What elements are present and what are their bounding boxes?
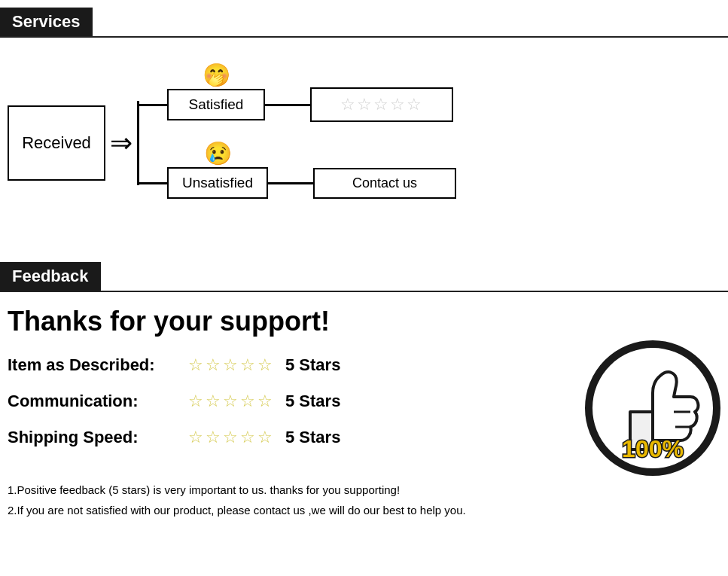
svg-text:100%: 100%: [622, 435, 684, 462]
stars-text-described: 5 Stars: [285, 355, 340, 375]
stars-box: ☆☆☆☆☆: [310, 87, 453, 122]
satisfied-branch: Satisfied 🤭 ☆☆☆☆☆: [137, 87, 456, 122]
feedback-content: Item as Described: ☆☆☆☆☆ 5 Stars Communi…: [0, 355, 728, 476]
connector-satisfied: [265, 104, 310, 106]
stars-outline: ☆☆☆☆☆: [340, 95, 423, 114]
label-shipping: Shipping Speed:: [8, 428, 188, 447]
horiz-line-unsatisfied: [137, 182, 167, 184]
arrow-icon: ⇒: [110, 130, 133, 157]
satisfied-box: Satisfied: [167, 89, 265, 120]
satisfied-emoji: 🤭: [203, 62, 230, 88]
feedback-divider: [0, 291, 728, 292]
unsatisfied-label: Unsatisfied: [182, 175, 253, 190]
horiz-line-satisfied: [137, 104, 167, 106]
stars-text-shipping: 5 Stars: [285, 428, 340, 447]
feedback-note-2: 2.If you are not satisfied with our prod…: [8, 504, 720, 517]
feedback-section: Feedback Thanks for your support! Item a…: [0, 262, 728, 517]
unsatisfied-branch: Unsatisfied 😢 Contact us: [137, 167, 456, 199]
feedback-row-shipping: Shipping Speed: ☆☆☆☆☆ 5 Stars: [8, 428, 562, 447]
diagram-area: Received ⇒ Satisfied 🤭 ☆☆☆☆☆: [0, 38, 728, 248]
stars-described: ☆☆☆☆☆: [188, 355, 275, 375]
stars-text-communication: 5 Stars: [285, 392, 340, 411]
feedback-left: Item as Described: ☆☆☆☆☆ 5 Stars Communi…: [8, 355, 562, 464]
feedback-row-described: Item as Described: ☆☆☆☆☆ 5 Stars: [8, 355, 562, 375]
feedback-row-communication: Communication: ☆☆☆☆☆ 5 Stars: [8, 392, 562, 411]
thanks-title: Thanks for your support!: [8, 306, 720, 337]
label-communication: Communication:: [8, 392, 188, 411]
label-described: Item as Described:: [8, 355, 188, 375]
received-box: Received: [8, 105, 105, 181]
contact-label: Contact us: [352, 175, 417, 190]
stars-shipping: ☆☆☆☆☆: [188, 428, 275, 447]
thumbs-svg: 100%: [585, 340, 720, 476]
contact-box[interactable]: Contact us: [313, 168, 456, 199]
thumbs-badge: 100%: [585, 340, 720, 476]
stars-communication: ☆☆☆☆☆: [188, 392, 275, 411]
feedback-notes: 1.Positive feedback (5 stars) is very im…: [8, 483, 720, 517]
services-section: Services Received ⇒ Satisfied 🤭: [0, 0, 728, 256]
received-label: Received: [22, 133, 91, 153]
services-header: Services: [0, 8, 93, 36]
unsatisfied-emoji: 😢: [204, 140, 232, 166]
feedback-header: Feedback: [0, 262, 101, 291]
feedback-note-1: 1.Positive feedback (5 stars) is very im…: [8, 483, 720, 496]
connector-unsatisfied: [268, 182, 313, 184]
satisfied-label: Satisfied: [189, 96, 244, 112]
unsatisfied-box: Unsatisfied: [167, 167, 268, 199]
